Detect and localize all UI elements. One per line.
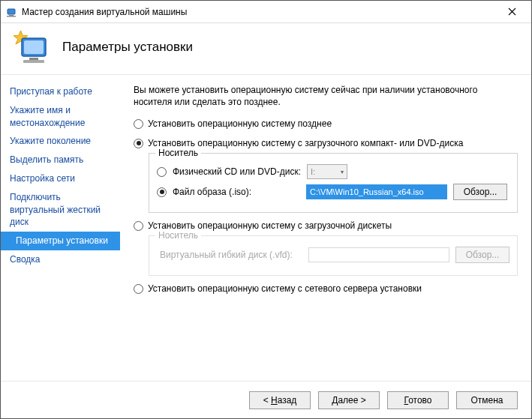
radio-physical-disc[interactable] bbox=[157, 167, 167, 177]
media-fieldset-floppy: Носитель Виртуальный гибкий диск (.vfd):… bbox=[149, 235, 518, 276]
window-title: Мастер создания виртуальной машины bbox=[22, 7, 497, 17]
radio-install-cddvd[interactable] bbox=[134, 139, 143, 148]
back-button[interactable]: < Назад bbox=[249, 391, 311, 409]
browse-vfd-button: Обзор... bbox=[455, 247, 509, 263]
sidebar-item-2[interactable]: Укажите поколение bbox=[1, 132, 120, 151]
sidebar-item-0[interactable]: Приступая к работе bbox=[1, 82, 120, 101]
finish-button[interactable]: Готово bbox=[387, 391, 449, 409]
floppy-legend: Носитель bbox=[155, 230, 201, 241]
drive-select-value: I: bbox=[311, 167, 315, 176]
svg-rect-0 bbox=[8, 9, 15, 14]
sidebar-item-3[interactable]: Выделить память bbox=[1, 151, 120, 169]
browse-iso-button[interactable]: Обзор... bbox=[453, 184, 507, 200]
svg-rect-2 bbox=[7, 16, 16, 17]
wizard-footer: < Назад Далее > Готово Отмена bbox=[1, 381, 531, 418]
radio-install-floppy[interactable] bbox=[134, 221, 143, 231]
app-icon bbox=[5, 6, 17, 18]
wizard-icon bbox=[13, 29, 50, 65]
wizard-sidebar: Приступая к работеУкажите имя и местонах… bbox=[1, 75, 120, 381]
sidebar-item-1[interactable]: Укажите имя и местонахождение bbox=[1, 101, 120, 133]
radio-install-later-label: Установить операционную систему позднее bbox=[148, 118, 332, 129]
radio-install-floppy-label: Установить операционную систему с загруз… bbox=[148, 220, 392, 231]
close-button[interactable] bbox=[497, 1, 527, 23]
radio-install-network-label: Установить операционную систему с сетево… bbox=[148, 283, 422, 294]
next-button[interactable]: Далее > bbox=[318, 391, 380, 409]
radio-install-network[interactable] bbox=[134, 284, 143, 294]
cancel-button[interactable]: Отмена bbox=[456, 391, 518, 409]
svg-rect-7 bbox=[24, 40, 44, 54]
drive-select[interactable]: I: ▾ bbox=[307, 164, 347, 179]
titlebar: Мастер создания виртуальной машины bbox=[1, 1, 531, 23]
intro-text: Вы можете установить операционную систем… bbox=[134, 84, 518, 108]
media-fieldset-cddvd: Носитель Физический CD или DVD-диск: I: … bbox=[149, 153, 518, 213]
iso-path-input[interactable] bbox=[306, 184, 447, 199]
page-title: Параметры установки bbox=[62, 40, 193, 55]
wizard-header: Параметры установки bbox=[1, 23, 531, 74]
chevron-down-icon: ▾ bbox=[341, 169, 344, 175]
main-panel: Вы можете установить операционную систем… bbox=[120, 75, 531, 381]
media-legend: Носитель bbox=[155, 148, 201, 158]
sidebar-item-5[interactable]: Подключить виртуальный жесткий диск bbox=[1, 188, 120, 232]
vfd-label: Виртуальный гибкий диск (.vfd): bbox=[160, 250, 302, 260]
vfd-path-input bbox=[308, 247, 449, 262]
sidebar-item-6[interactable]: Параметры установки bbox=[1, 232, 120, 250]
radio-install-later[interactable] bbox=[134, 119, 143, 129]
radio-iso-image[interactable] bbox=[157, 187, 167, 197]
radio-install-cddvd-label: Установить операционную систему с загруз… bbox=[148, 138, 463, 148]
svg-rect-9 bbox=[23, 60, 44, 63]
iso-label: Файл образа (.iso): bbox=[173, 187, 300, 197]
svg-rect-8 bbox=[29, 58, 38, 60]
sidebar-item-7[interactable]: Сводка bbox=[1, 250, 120, 269]
physical-disc-label: Физический CD или DVD-диск: bbox=[173, 166, 301, 177]
sidebar-item-4[interactable]: Настройка сети bbox=[1, 169, 120, 188]
